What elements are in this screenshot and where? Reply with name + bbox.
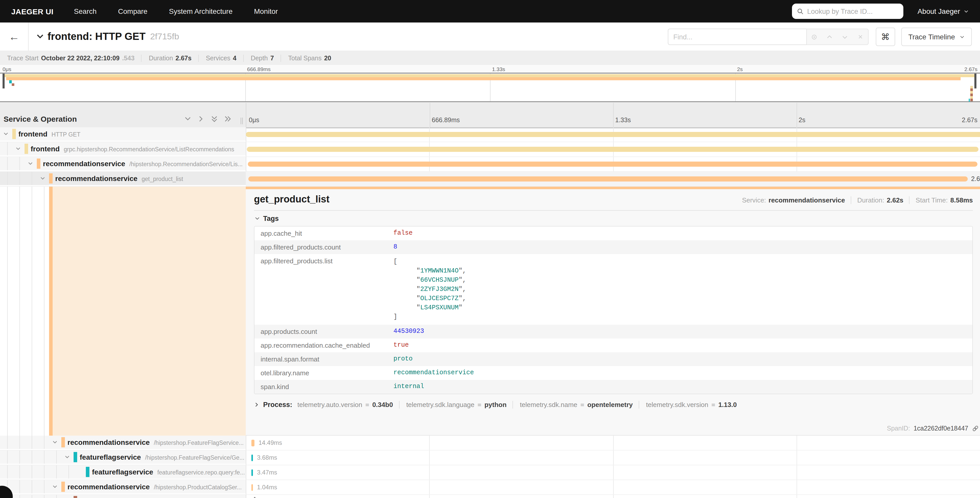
tag-key: app.cache_hit — [255, 227, 393, 240]
next-match-icon[interactable] — [837, 29, 853, 45]
process-section-toggle[interactable]: Process:telemetry.auto.version=0.34b0tel… — [254, 401, 973, 409]
span-duration-bar[interactable] — [248, 161, 977, 167]
minimap-span-late — [970, 88, 973, 91]
span-row[interactable]: featureflagservicefeatureflagservice.rep… — [0, 465, 980, 480]
minimap-left-drag-handle[interactable] — [3, 73, 5, 88]
span-row-timeline-cell[interactable]: 1.04ms — [246, 480, 980, 495]
span-operation-name: /hipstershop.ProductCatalogSer... — [154, 484, 242, 490]
span-row[interactable]: frontendgrpc.hipstershop.RecommendationS… — [0, 142, 980, 157]
span-detail-meta-label: Duration: — [858, 196, 885, 204]
span-row-timeline-cell[interactable] — [246, 157, 980, 171]
span-collapse-chevron-icon[interactable] — [52, 484, 58, 490]
collapse-controls — [184, 115, 231, 123]
indent-guide — [44, 495, 45, 498]
span-detail-meta: Service:recommendationserviceDuration:2.… — [742, 196, 973, 204]
span-id-value: 1ca2262df0e18447 — [913, 425, 968, 432]
jaeger-logo[interactable]: JAEGER UI — [11, 7, 53, 16]
span-row[interactable]: recommendationservice/hipstershop.Recomm… — [0, 157, 980, 172]
span-duration-bar[interactable] — [246, 132, 980, 137]
service-color-bar — [12, 129, 16, 139]
meta-value: 7 — [270, 54, 274, 62]
span-row-timeline-cell[interactable] — [246, 127, 980, 142]
grid-body: frontendHTTP GETfrontendgrpc.hipstershop… — [0, 127, 980, 498]
trace-collapse-toggle[interactable] — [36, 32, 45, 41]
span-row-timeline-cell[interactable] — [246, 142, 980, 156]
span-row[interactable]: frontendHTTP GET — [0, 127, 980, 142]
process-tag: telemetry.sdk.version=1.13.0 — [639, 401, 737, 409]
tag-row: app.recommendation.cache_enabledtrue — [255, 338, 972, 352]
tag-key: internal.span.format — [255, 352, 393, 366]
span-duration-bar[interactable] — [248, 176, 967, 182]
indent-guide — [44, 436, 45, 449]
collapse-one-icon[interactable] — [184, 115, 192, 123]
trace-view-selector[interactable]: Trace Timeline — [901, 28, 972, 46]
span-collapse-chevron-icon[interactable] — [52, 439, 58, 445]
span-collapse-chevron-icon[interactable] — [3, 131, 9, 137]
minimap-span-productcatalog — [12, 83, 14, 86]
trace-id-lookup-input[interactable]: Lookup by Trace ID... — [792, 3, 903, 19]
about-jaeger-menu[interactable]: About Jaeger — [917, 7, 969, 15]
deep-link-icon[interactable] — [972, 425, 979, 432]
tag-key: app.filtered_products.list — [255, 254, 393, 325]
collapse-all-icon[interactable] — [210, 115, 218, 123]
indent-guide — [19, 157, 20, 170]
span-collapse-chevron-icon[interactable] — [40, 176, 46, 181]
tag-row: app.cache_hitfalse — [255, 227, 972, 240]
indent-guide — [7, 142, 8, 155]
span-row-tree-cell: recommendationservice/hipstershop.Produc… — [0, 480, 246, 495]
grid-header-gridline — [430, 103, 430, 127]
span-row[interactable]: featureflagservice/hipstershop.FeatureFl… — [0, 450, 980, 465]
service-color-bar — [49, 173, 52, 184]
span-row-timeline-cell[interactable]: 2.62s — [246, 172, 980, 186]
nav-link-search[interactable]: Search — [74, 7, 97, 15]
indent-guide — [19, 495, 20, 498]
tags-section-toggle[interactable]: Tags — [255, 215, 973, 222]
tags-section-label: Tags — [263, 215, 279, 222]
span-service-name: frontendHTTP GET — [18, 130, 81, 138]
clear-find-icon[interactable] — [853, 29, 868, 45]
span-row[interactable]: recommendationservice/hipstershop.Featur… — [0, 436, 980, 450]
indent-guide — [32, 450, 32, 464]
span-row[interactable] — [0, 495, 980, 498]
meta-label: Total Spans — [288, 54, 321, 62]
span-collapse-chevron-icon[interactable] — [64, 454, 70, 460]
minimap-span-featureflag — [9, 80, 12, 83]
keyboard-shortcuts-button[interactable]: ⌘ — [875, 28, 895, 46]
nav-link-monitor[interactable]: Monitor — [254, 7, 278, 15]
span-duration-tick[interactable] — [251, 469, 253, 476]
span-duration-tick[interactable] — [254, 497, 256, 498]
nav-link-system-architecture[interactable]: System Architecture — [169, 7, 232, 15]
grid-header-timeline: 0μs666.89ms1.33s2s2.67s — [246, 103, 980, 127]
indent-guide — [44, 480, 45, 493]
span-collapse-chevron-icon[interactable] — [28, 161, 33, 166]
span-row-timeline-cell[interactable]: 14.49ms — [246, 436, 980, 450]
minimap-span-late — [970, 91, 973, 93]
prev-match-icon[interactable] — [822, 29, 837, 45]
expand-all-icon[interactable] — [224, 115, 231, 123]
span-row-tree-cell — [0, 495, 246, 498]
minimap-canvas[interactable] — [0, 73, 980, 102]
span-duration-tick[interactable] — [251, 455, 253, 461]
span-row[interactable]: recommendationserviceget_product_list2.6… — [0, 172, 980, 187]
span-row-timeline-cell[interactable]: 3.47ms — [246, 465, 980, 480]
span-collapse-chevron-icon[interactable] — [15, 146, 21, 152]
span-row-timeline-cell[interactable] — [246, 495, 980, 498]
indent-guide — [19, 465, 20, 479]
find-input[interactable]: Find... — [668, 29, 806, 45]
meta-label: Trace Start — [7, 54, 38, 62]
column-resizer-grip[interactable] — [241, 118, 243, 124]
span-operation-name: /hipstershop.RecommendationService/Lis..… — [129, 161, 243, 167]
expand-one-icon[interactable] — [197, 115, 205, 123]
focus-match-icon[interactable] — [807, 29, 822, 45]
span-duration-bar[interactable] — [247, 147, 978, 152]
find-control: Find... — [668, 29, 869, 45]
span-row-timeline-cell[interactable]: 3.68ms — [246, 450, 980, 465]
back-button[interactable]: ← — [0, 22, 29, 51]
span-row[interactable]: recommendationservice/hipstershop.Produc… — [0, 480, 980, 495]
span-duration-tick[interactable] — [251, 440, 255, 446]
minimap-right-drag-handle[interactable] — [974, 73, 977, 88]
nav-link-compare[interactable]: Compare — [118, 7, 147, 15]
span-duration-tick[interactable] — [251, 484, 253, 491]
span-detail-meta-item: Service:recommendationservice — [742, 196, 845, 204]
process-tag-key: telemetry.sdk.version — [646, 401, 708, 409]
